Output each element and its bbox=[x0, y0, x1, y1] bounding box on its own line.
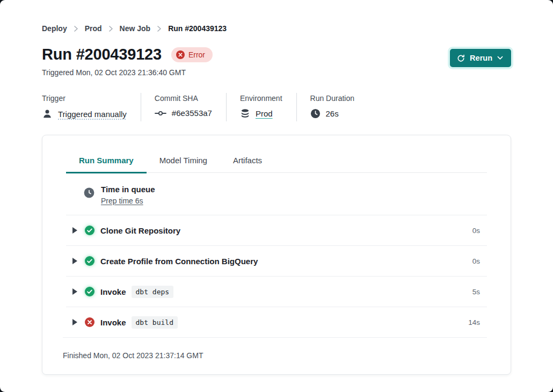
meta-environment: Environment Prod bbox=[226, 93, 296, 121]
rerun-button-label: Rerun bbox=[470, 54, 492, 62]
tab-model-timing[interactable]: Model Timing bbox=[147, 153, 220, 173]
page-header: Run #200439123 Error Triggered Mon, 02 O… bbox=[42, 46, 511, 77]
tab-artifacts[interactable]: Artifacts bbox=[220, 153, 275, 173]
breadcrumb: Deploy Prod New Job Run #200439123 bbox=[42, 0, 511, 33]
page-title: Run #200439123 bbox=[42, 46, 162, 63]
step-name: Invoke bbox=[100, 287, 126, 296]
error-circle-icon bbox=[85, 317, 94, 327]
meta-trigger-value[interactable]: Triggered manually bbox=[58, 110, 127, 119]
step-row-dbt-build[interactable]: Invoke dbt build 14s bbox=[66, 307, 487, 337]
chevron-right-icon bbox=[157, 26, 161, 32]
success-check-icon bbox=[85, 226, 94, 235]
app-viewport: Deploy Prod New Job Run #200439123 Run #… bbox=[0, 0, 553, 392]
meta-commit-sha: Commit SHA #6e3553a7 bbox=[141, 93, 226, 121]
commit-icon bbox=[155, 110, 166, 117]
breadcrumb-new-job[interactable]: New Job bbox=[120, 24, 151, 33]
tab-run-summary[interactable]: Run Summary bbox=[66, 153, 147, 173]
meta-environment-value[interactable]: Prod bbox=[256, 109, 273, 118]
meta-trigger-label: Trigger bbox=[42, 94, 127, 103]
status-badge-label: Error bbox=[188, 50, 205, 59]
step-row-create-profile[interactable]: Create Profile from Connection BigQuery … bbox=[66, 245, 487, 276]
run-details-card: Run Summary Model Timing Artifacts Time … bbox=[42, 135, 511, 375]
expand-triangle-icon[interactable] bbox=[72, 319, 77, 325]
rerun-button[interactable]: Rerun bbox=[450, 49, 511, 67]
breadcrumb-run: Run #200439123 bbox=[168, 24, 227, 33]
triggered-timestamp: Triggered Mon, 02 Oct 2023 21:36:40 GMT bbox=[42, 68, 213, 77]
meta-duration-label: Run Duration bbox=[310, 94, 355, 103]
step-command: dbt build bbox=[132, 316, 178, 329]
step-name: Create Profile from Connection BigQuery bbox=[100, 257, 258, 266]
success-check-icon bbox=[85, 256, 94, 266]
meta-duration-value: 26s bbox=[326, 109, 339, 118]
expand-triangle-icon[interactable] bbox=[72, 288, 77, 295]
step-duration: 0s bbox=[472, 227, 487, 235]
expand-triangle-icon[interactable] bbox=[72, 258, 77, 264]
chevron-right-icon bbox=[109, 26, 113, 32]
step-row-dbt-deps[interactable]: Invoke dbt deps 5s bbox=[66, 276, 487, 307]
error-circle-icon bbox=[176, 50, 185, 59]
person-icon bbox=[42, 108, 53, 119]
step-duration: 5s bbox=[472, 288, 487, 296]
step-name: Clone Git Repository bbox=[100, 226, 180, 235]
meta-commit-value: #6e3553a7 bbox=[172, 108, 212, 118]
step-duration: 14s bbox=[468, 318, 487, 326]
chevron-down-icon bbox=[497, 56, 503, 60]
step-duration: 0s bbox=[472, 257, 487, 265]
chevron-right-icon bbox=[74, 26, 78, 32]
clock-icon bbox=[84, 187, 94, 198]
breadcrumb-deploy[interactable]: Deploy bbox=[42, 24, 67, 33]
step-name: Invoke bbox=[100, 318, 126, 327]
queue-title: Time in queue bbox=[101, 185, 155, 194]
expand-triangle-icon[interactable] bbox=[72, 227, 77, 234]
queue-summary: Time in queue Prep time 6s bbox=[66, 173, 487, 215]
tab-bar: Run Summary Model Timing Artifacts bbox=[66, 153, 487, 173]
database-icon bbox=[240, 108, 250, 119]
refresh-icon bbox=[457, 54, 465, 62]
success-check-icon bbox=[85, 287, 94, 296]
meta-trigger: Trigger Triggered manually bbox=[42, 93, 141, 121]
status-badge: Error bbox=[171, 47, 213, 62]
clock-icon bbox=[310, 108, 321, 119]
run-meta-strip: Trigger Triggered manually Commit SHA #6… bbox=[42, 93, 511, 121]
meta-commit-label: Commit SHA bbox=[155, 94, 212, 103]
prep-time-link[interactable]: Prep time 6s bbox=[101, 197, 143, 205]
finished-timestamp: Finished Mon, 02 Oct 2023 21:37:14 GMT bbox=[63, 337, 487, 374]
step-command: dbt deps bbox=[132, 286, 174, 298]
step-row-clone-git[interactable]: Clone Git Repository 0s bbox=[66, 215, 487, 245]
meta-environment-label: Environment bbox=[240, 94, 282, 103]
meta-run-duration: Run Duration 26s bbox=[296, 93, 369, 121]
breadcrumb-prod[interactable]: Prod bbox=[85, 24, 102, 33]
